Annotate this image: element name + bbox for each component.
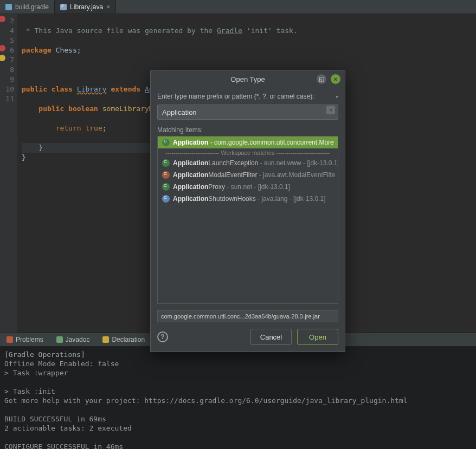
workspace-divider: --------------------------- Workspace ma… [158, 148, 338, 157]
dialog-title-bar[interactable]: Open Type ◱ × [151, 71, 345, 87]
warning-marker-icon[interactable] [0, 55, 5, 61]
help-icon[interactable]: ? [157, 331, 168, 342]
result-item[interactable]: ApplicationProxy - sun.net - [jdk-13.0.1… [158, 181, 338, 193]
java-icon [60, 4, 67, 10]
results-list[interactable]: Application - com.google.common.util.con… [157, 136, 338, 304]
class-icon [162, 139, 170, 146]
result-item[interactable]: Application - com.google.common.util.con… [158, 136, 338, 148]
line-gutter: 2 4 5 6 7 8 9 10 11 [0, 14, 17, 333]
close-icon[interactable]: × [331, 74, 340, 84]
maximize-icon[interactable]: ◱ [317, 74, 326, 84]
clear-input-icon[interactable]: × [326, 106, 335, 114]
problems-icon [7, 336, 13, 343]
result-item[interactable]: ApplicationShutdownHooks - java.lang - [… [158, 193, 338, 205]
result-item[interactable]: ApplicationLaunchException - sun.net.www… [158, 157, 338, 169]
javadoc-icon [56, 336, 63, 343]
chevron-down-icon[interactable]: ▾ [336, 94, 338, 100]
editor-tabs: build.gradle Library.java × [0, 0, 476, 14]
error-marker-icon[interactable] [0, 45, 5, 51]
dialog-title: Open Type [230, 75, 265, 83]
type-search-input[interactable] [157, 105, 338, 120]
console-output[interactable]: [Gradle Operations] Offline Mode Enabled… [0, 347, 476, 449]
class-icon [162, 159, 170, 167]
cancel-button[interactable]: Cancel [250, 329, 292, 345]
open-button[interactable]: Open [297, 329, 338, 345]
dialog-status: com.google.common.util.conc...2d3aa54b/g… [157, 310, 338, 322]
tab-label: build.gradle [15, 3, 49, 11]
declaration-icon [102, 336, 109, 343]
tab-problems[interactable]: Problems [2, 333, 48, 346]
tab-label: Library.java [70, 3, 103, 11]
gradle-icon [5, 4, 12, 10]
class-icon [162, 171, 170, 179]
tab-javadoc[interactable]: Javadoc [52, 333, 94, 346]
tab-library-java[interactable]: Library.java × [55, 0, 116, 14]
matching-items-label: Matching items: [157, 126, 338, 134]
class-icon [162, 183, 170, 191]
code-comment: * This Java source file was generated by… [22, 27, 298, 35]
result-item[interactable]: ApplicationModalEventFilter - java.awt.M… [158, 169, 338, 181]
close-icon[interactable]: × [106, 3, 110, 11]
tab-build-gradle[interactable]: build.gradle [0, 0, 55, 14]
tab-declaration[interactable]: Declaration [98, 333, 149, 346]
dialog-prompt: Enter type name prefix or pattern (*, ?,… [157, 93, 338, 100]
open-type-dialog: Open Type ◱ × Enter type name prefix or … [150, 70, 345, 352]
class-icon [162, 195, 170, 203]
error-marker-icon[interactable] [0, 16, 5, 22]
